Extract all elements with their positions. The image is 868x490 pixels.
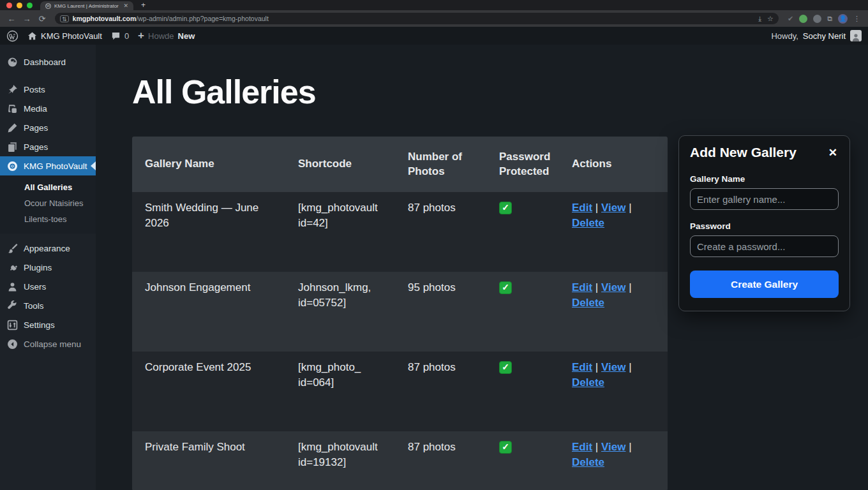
window-zoom-button[interactable]	[27, 3, 33, 8]
wp-admin-bar: KMG PhotoVault 0 + Howde New Howdy, Soch…	[0, 27, 868, 45]
url-domain: kmgphotovault.com	[73, 15, 137, 22]
pushpin-icon	[7, 84, 18, 95]
browser-tab-strip: W KMG Laurent | Administrator | Gal ✕ +	[0, 0, 868, 10]
new-tab-button[interactable]: +	[141, 1, 146, 10]
close-icon[interactable]: ✕	[827, 145, 839, 161]
column-header-actions: Actions	[572, 157, 668, 172]
home-icon	[27, 31, 37, 41]
wrench-icon	[7, 301, 18, 311]
sidebar-item-label: Collapse menu	[24, 339, 81, 349]
delete-link[interactable]: Delete	[572, 456, 604, 468]
sidebar-item-posts[interactable]: Posts	[0, 80, 96, 99]
address-bar[interactable]: ⇅ kmgphotovault.com/wp-admin/admin.php?p…	[55, 13, 779, 24]
sidebar-item-collapse-menu[interactable]: Collapse menu	[0, 334, 96, 353]
sidebar-item-media[interactable]: Media	[0, 99, 96, 118]
view-link[interactable]: View	[601, 441, 625, 453]
action-separator: |	[629, 281, 631, 293]
pages-stack-icon	[7, 142, 18, 152]
password-protected-check-icon: ✓	[499, 361, 512, 374]
view-link[interactable]: View	[601, 202, 625, 214]
delete-link[interactable]: Delete	[572, 297, 604, 309]
tab-close-icon[interactable]: ✕	[123, 3, 128, 9]
site-info-icon[interactable]: ⇅	[60, 15, 69, 22]
download-icon[interactable]: ⤓	[758, 15, 761, 23]
sidebar-item-pages[interactable]: Pages	[0, 118, 96, 137]
edit-link[interactable]: Edit	[572, 281, 592, 293]
reload-icon[interactable]: ⟳	[36, 14, 49, 24]
password-protected-check-icon: ✓	[499, 202, 512, 214]
column-header-password-protected: Password Protected	[499, 150, 572, 179]
actions-cell: Edit | View | Delete	[572, 272, 668, 311]
extension-green-icon[interactable]	[799, 15, 807, 23]
password-input[interactable]	[690, 235, 839, 257]
edit-link[interactable]: Edit	[572, 202, 592, 214]
photo-count-cell: 95 photos	[408, 272, 499, 295]
sidebar-item-label: Pages	[24, 123, 48, 133]
delete-link[interactable]: Delete	[572, 217, 604, 229]
add-new-gallery-modal: Add New Gallery ✕ Gallery Name Password …	[678, 135, 850, 311]
admin-bar-account[interactable]: Howdy, Sochy Nerit	[771, 30, 862, 41]
shortcode-cell: [kmg_photovault id=19132]	[298, 431, 408, 470]
column-header-gallery-name: Gallery Name	[132, 157, 298, 172]
user-avatar	[850, 30, 862, 41]
profile-avatar[interactable]: 👤	[838, 14, 848, 24]
window-controls	[0, 3, 40, 8]
sidebar-item-plugins[interactable]: Plugins	[0, 258, 96, 277]
wordpress-logo-icon[interactable]	[6, 30, 19, 42]
sidebar-item-tools[interactable]: Tools	[0, 296, 96, 315]
user-name: Sochy Nerit	[803, 31, 846, 41]
sidebar-item-users[interactable]: Users	[0, 277, 96, 296]
delete-link[interactable]: Delete	[572, 376, 604, 389]
menu-dots-icon[interactable]: ⋮	[853, 15, 860, 23]
admin-bar-site[interactable]: KMG PhotoVault	[27, 31, 102, 41]
bookmark-star-icon[interactable]: ☆	[767, 15, 774, 23]
action-separator: |	[595, 202, 598, 214]
url-text: kmgphotovault.com/wp-admin/admin.php?pag…	[73, 15, 755, 22]
extensions-puzzle-icon[interactable]: ⧉	[827, 15, 832, 23]
browser-tab[interactable]: W KMG Laurent | Administrator | Gal ✕	[40, 1, 133, 10]
table-row: Johnson Engagement Johnson_lkmg, id=0575…	[132, 272, 668, 352]
gallery-name-input[interactable]	[690, 188, 839, 210]
wp-sidebar: Dashboard Posts Media Pages Pages KMG Ph…	[0, 45, 96, 490]
gallery-name-cell: Private Family Shoot	[132, 431, 298, 455]
admin-bar-comments[interactable]: 0	[111, 31, 129, 41]
submenu-item-all-galleries[interactable]: All Galleries	[0, 179, 96, 195]
sidebar-item-dashboard[interactable]: Dashboard	[0, 52, 96, 71]
tab-title: KMG Laurent | Administrator | Gal	[54, 3, 120, 9]
password-protected-check-icon: ✓	[499, 281, 512, 294]
action-separator: |	[629, 202, 631, 214]
extension-check-icon[interactable]: ✔	[788, 15, 793, 23]
extension-globe-icon[interactable]	[813, 15, 821, 23]
window-close-button[interactable]	[6, 3, 12, 8]
forward-icon[interactable]: →	[20, 14, 33, 24]
plus-icon: +	[138, 29, 144, 42]
ghost-label: Howde	[148, 31, 174, 41]
modal-title: Add New Gallery	[690, 145, 797, 160]
view-link[interactable]: View	[601, 281, 625, 293]
actions-cell: Edit | View | Delete	[572, 192, 668, 231]
action-separator: |	[595, 441, 598, 453]
back-icon[interactable]: ←	[5, 14, 18, 24]
admin-bar-new[interactable]: + Howde New	[138, 29, 195, 42]
sidebar-item-kmg-photovault[interactable]: KMG PhotoVault	[0, 156, 96, 175]
comments-icon	[111, 31, 121, 41]
page-title: All Galleries	[132, 73, 868, 111]
view-link[interactable]: View	[601, 361, 625, 373]
submenu-item-3[interactable]: Lilents-toes	[0, 211, 96, 227]
edit-link[interactable]: Edit	[572, 361, 592, 373]
sidebar-item-label: Plugins	[24, 263, 52, 272]
new-label: New	[178, 31, 195, 41]
sidebar-item-pages-2[interactable]: Pages	[0, 137, 96, 156]
create-gallery-button[interactable]: Create Gallery	[690, 271, 839, 298]
settings-icon	[7, 320, 18, 330]
comment-count: 0	[124, 31, 129, 41]
sidebar-item-settings[interactable]: Settings	[0, 315, 96, 334]
sidebar-item-label: Tools	[24, 301, 44, 311]
tab-favicon-icon: W	[45, 3, 51, 9]
edit-link[interactable]: Edit	[572, 441, 592, 453]
shortcode-cell: [kmg_photo_ id=064]	[298, 352, 408, 390]
submenu-item-2[interactable]: Ocour Ntaisiries	[0, 195, 96, 211]
sidebar-item-appearance[interactable]: Appearance	[0, 239, 96, 258]
dashboard-icon	[7, 57, 18, 68]
window-minimize-button[interactable]	[17, 3, 22, 8]
